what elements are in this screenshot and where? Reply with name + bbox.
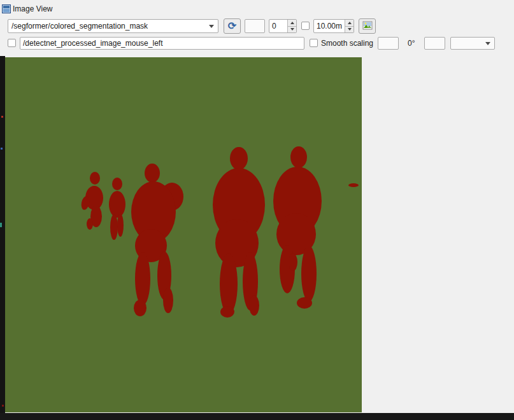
smooth-scaling-label: Smooth scaling [321, 39, 373, 48]
pixel-speck [1, 148, 3, 150]
chevron-down-icon [209, 25, 214, 28]
image-topic-combobox[interactable]: /segformer/colored_segmentation_mask [8, 19, 218, 33]
smooth-scaling-checkbox[interactable] [310, 39, 318, 47]
save-image-button[interactable] [359, 18, 376, 34]
angle-label: 0° [408, 39, 415, 48]
pixel-speck [1, 116, 3, 118]
save-image-icon [362, 20, 373, 32]
chevron-down-icon [485, 42, 490, 45]
mouse-topic-input[interactable] [20, 37, 304, 50]
image-view-app-icon [2, 4, 11, 13]
max-range-spinbox-buttons[interactable] [345, 20, 353, 32]
angle-field-right[interactable] [424, 37, 445, 50]
rotate-spinbox[interactable]: 0 [269, 19, 297, 33]
image-view-canvas[interactable] [5, 57, 362, 412]
refresh-icon: ⟳ [228, 21, 236, 31]
rotate-spinbox-buttons[interactable] [287, 20, 296, 32]
refresh-topics-button[interactable]: ⟳ [224, 18, 241, 34]
window-title: Image View [13, 4, 52, 13]
dynamic-range-checkbox[interactable] [301, 22, 310, 30]
zoom-field[interactable] [245, 19, 265, 33]
max-range-spinbox[interactable]: 10.00m [313, 19, 354, 33]
background-window-bottom [0, 413, 514, 420]
spin-up-icon[interactable] [288, 20, 296, 27]
mask-artifact [348, 183, 359, 187]
titlebar: Image View [0, 0, 514, 17]
pixel-speck [0, 223, 2, 227]
image-topic-selected-value: /segformer/colored_segmentation_mask [11, 22, 148, 31]
max-range-spinbox-value: 10.00m [314, 20, 345, 32]
spin-up-icon[interactable] [345, 20, 353, 27]
secondary-combobox[interactable] [450, 37, 495, 50]
background-window-left [0, 56, 5, 420]
screen: Image View /segformer/colored_segmentati… [0, 0, 514, 420]
pixel-speck [2, 405, 4, 407]
spin-down-icon[interactable] [288, 27, 296, 33]
publish-click-checkbox[interactable] [8, 39, 16, 47]
angle-field-left[interactable] [378, 37, 399, 50]
spin-down-icon[interactable] [345, 27, 353, 33]
rotate-spinbox-value: 0 [269, 20, 287, 32]
